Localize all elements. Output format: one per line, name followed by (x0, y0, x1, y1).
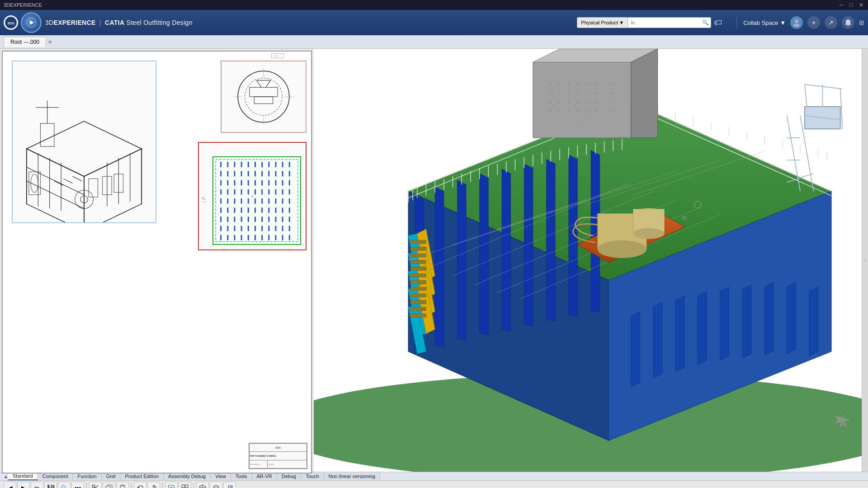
svg-rect-96 (275, 198, 276, 204)
svg-rect-110 (220, 216, 222, 222)
svg-marker-255 (675, 296, 684, 371)
expand-button[interactable]: ⊞ (859, 19, 864, 26)
undo-button[interactable]: ▼ (134, 482, 146, 488)
svg-rect-86 (282, 189, 283, 195)
more-button[interactable]: ••• (71, 482, 84, 488)
tab-function[interactable]: Function (73, 473, 101, 480)
svg-rect-250 (410, 300, 426, 304)
tab-assembly-debug[interactable]: Assembly Debug (164, 473, 211, 480)
edit-button[interactable]: ✏ (31, 482, 43, 488)
svg-rect-104 (255, 207, 256, 213)
tab-view[interactable]: View (211, 473, 231, 480)
forward-button[interactable]: ▶ (17, 482, 30, 488)
svg-rect-142 (289, 235, 290, 240)
svg-point-203 (576, 101, 578, 103)
svg-rect-76 (289, 180, 290, 186)
svg-point-193 (550, 93, 552, 94)
svg-rect-72 (261, 180, 263, 186)
svg-rect-91 (241, 198, 242, 204)
svg-rect-51 (268, 162, 269, 167)
copy-button[interactable] (103, 482, 115, 488)
window-controls: ─ □ ✕ (838, 2, 864, 8)
tab-tools[interactable]: Tools (231, 473, 252, 480)
svg-marker-3 (30, 20, 34, 25)
svg-point-213 (612, 110, 614, 112)
svg-marker-185 (631, 49, 658, 138)
svg-rect-124 (241, 226, 242, 231)
filter-dropdown[interactable]: Physical Product ▼ (577, 18, 628, 27)
scissors-button[interactable] (89, 482, 102, 488)
drawing-panel: ┤├ ··· (2, 51, 312, 474)
user-avatar[interactable] (790, 16, 803, 29)
tab-product-edition[interactable]: Product Edition (120, 473, 164, 480)
grid-select-button[interactable] (179, 482, 191, 488)
svg-rect-129 (275, 226, 276, 231)
svg-rect-141 (282, 235, 283, 240)
svg-rect-20 (40, 123, 54, 146)
search-input[interactable] (628, 18, 700, 27)
tab-ar-vr[interactable]: AR-VR (252, 473, 277, 480)
drawing-inner: ┤├ ··· (3, 52, 311, 473)
view-top: // Will be rendered as repeated rects (198, 142, 307, 250)
svg-rect-62 (268, 171, 269, 176)
detail-svg (222, 61, 306, 132)
svg-marker-153 (480, 174, 489, 335)
svg-rect-84 (268, 189, 269, 195)
collapse-arrow[interactable]: ▲ (4, 474, 8, 479)
svg-point-210 (576, 110, 578, 112)
svg-point-235 (598, 240, 646, 258)
ds-logo: 3DS (4, 15, 18, 30)
share-button[interactable]: ↗ (825, 16, 837, 29)
rotate-button[interactable]: ▼ (147, 482, 160, 488)
svg-rect-67 (227, 180, 228, 186)
play-button[interactable] (21, 12, 42, 33)
save-button[interactable]: 💾 (44, 482, 57, 488)
right-scrollbar[interactable]: › (862, 49, 868, 472)
svg-rect-139 (268, 235, 269, 240)
tab-nonlinear[interactable]: Non linear versioning (324, 473, 380, 480)
tag-icon[interactable]: 🏷 (714, 18, 722, 28)
maximize-button[interactable]: □ (848, 2, 854, 8)
svg-point-218 (585, 119, 587, 121)
tab-debug[interactable]: Debug (277, 473, 301, 480)
svg-rect-133 (227, 235, 228, 240)
titleblock-cell2: ─── (268, 460, 307, 468)
minimize-button[interactable]: ─ (838, 2, 844, 8)
notification-button[interactable] (842, 16, 854, 29)
svg-rect-271 (121, 485, 124, 486)
svg-rect-85 (275, 189, 276, 195)
svg-marker-154 (502, 169, 511, 332)
zoom-button[interactable]: 🔍 (58, 482, 71, 488)
svg-rect-242 (410, 247, 426, 250)
user-settings-button[interactable]: ! (223, 482, 236, 488)
svg-rect-65 (289, 171, 290, 176)
paste-button[interactable]: ▼ (116, 482, 129, 488)
bottom-toolbar: ▲ Standard Component Function Grid Produ… (0, 472, 868, 488)
add-button[interactable]: + (807, 16, 820, 29)
root-tab[interactable]: Root ---.000 (4, 37, 46, 47)
svg-text:!: ! (231, 486, 231, 488)
svg-line-229 (805, 84, 807, 107)
svg-rect-44 (220, 162, 222, 167)
svg-point-199 (612, 93, 614, 94)
sphere-button[interactable] (210, 482, 222, 488)
collab-space-button[interactable]: Collab Space ▼ (743, 19, 786, 26)
tab-component[interactable]: Component (38, 473, 73, 480)
svg-point-205 (594, 101, 596, 103)
back-button[interactable]: ◀ (4, 482, 16, 488)
add-tab-button[interactable]: + (48, 38, 52, 46)
svg-rect-48 (248, 162, 249, 167)
close-button[interactable]: ✕ (858, 2, 864, 8)
svg-rect-252 (410, 314, 426, 317)
svg-rect-59 (248, 171, 249, 176)
search-button[interactable]: 🔍 (700, 18, 711, 28)
svg-point-194 (559, 93, 561, 94)
svg-marker-260 (787, 282, 796, 354)
tab-touch[interactable]: Touch (301, 473, 324, 480)
svg-point-220 (612, 119, 614, 121)
svg-rect-94 (261, 198, 263, 204)
select-button[interactable]: ▼ (165, 482, 178, 488)
3d-box-button[interactable] (196, 482, 209, 488)
tab-grid[interactable]: Grid (102, 473, 121, 480)
svg-point-219 (594, 119, 596, 121)
